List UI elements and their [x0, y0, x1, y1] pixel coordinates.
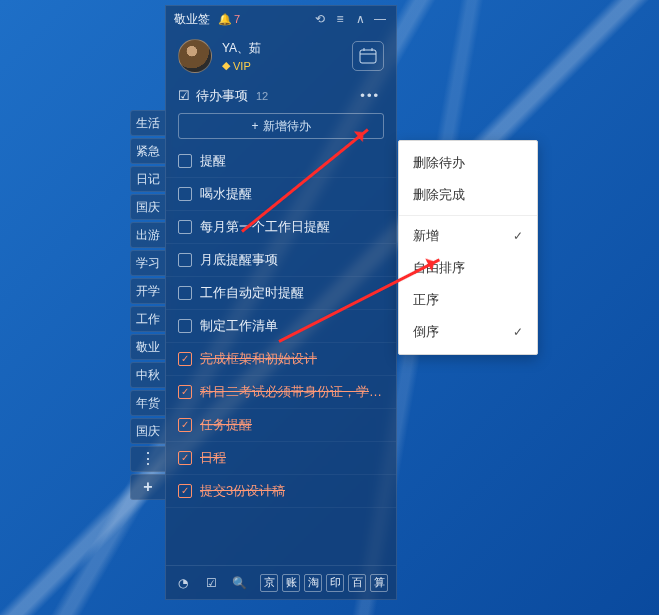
- menu-item[interactable]: 删除待办: [399, 147, 537, 179]
- list-item-label: 制定工作清单: [200, 317, 278, 335]
- folder-tab[interactable]: 开学: [130, 278, 166, 304]
- section-header: ☑ 待办事项 12 •••: [166, 80, 396, 109]
- folder-more[interactable]: ⋮: [130, 446, 166, 472]
- menu-icon[interactable]: ≡: [332, 11, 348, 27]
- checkbox[interactable]: [178, 220, 192, 234]
- diamond-icon: ◆: [222, 59, 230, 72]
- section-title: 待办事项: [196, 87, 248, 105]
- collapse-icon[interactable]: ∧: [352, 11, 368, 27]
- menu-item[interactable]: 正序: [399, 284, 537, 316]
- menu-item[interactable]: 新增✓: [399, 220, 537, 252]
- list-item[interactable]: 月底提醒事项: [166, 244, 396, 277]
- notification-badge[interactable]: 🔔 7: [218, 13, 240, 26]
- checkbox[interactable]: [178, 319, 192, 333]
- list-item-label: 科目二考试必须带身份证，学员卡，7…: [200, 383, 384, 401]
- checkbox[interactable]: [178, 154, 192, 168]
- bottom-left-icons: ◔ ☑ 🔍: [174, 574, 248, 592]
- app-window: 敬业签 🔔 7 ⟲ ≡ ∧ — YA、茹 ◆ VIP: [165, 5, 397, 600]
- folder-tab[interactable]: 年货: [130, 390, 166, 416]
- menu-item-label: 倒序: [413, 323, 439, 341]
- menu-item-label: 删除完成: [413, 186, 465, 204]
- list-item-label: 提醒: [200, 152, 226, 170]
- list-item[interactable]: ✓完成框架和初始设计: [166, 343, 396, 376]
- calendar-icon: [359, 48, 377, 64]
- list-item-label: 工作自动定时提醒: [200, 284, 304, 302]
- menu-item[interactable]: 倒序✓: [399, 316, 537, 348]
- vip-label: VIP: [233, 60, 251, 72]
- folder-tab[interactable]: 国庆: [130, 418, 166, 444]
- context-menu: 删除待办删除完成新增✓自由排序正序倒序✓: [398, 140, 538, 355]
- bell-icon: 🔔: [218, 13, 232, 26]
- user-row: YA、茹 ◆ VIP: [166, 32, 396, 80]
- list-item[interactable]: 提醒: [166, 145, 396, 178]
- add-todo-button[interactable]: + 新增待办: [178, 113, 384, 139]
- list-item-label: 提交3份设计稿: [200, 482, 285, 500]
- list-item[interactable]: ✓日程: [166, 442, 396, 475]
- more-button[interactable]: •••: [356, 86, 384, 105]
- bottom-square-button[interactable]: 算: [370, 574, 388, 592]
- folder-tab[interactable]: 出游: [130, 222, 166, 248]
- section-count: 12: [256, 90, 268, 102]
- folder-tab[interactable]: 敬业: [130, 334, 166, 360]
- list-item[interactable]: 每月第一个工作日提醒: [166, 211, 396, 244]
- list-item[interactable]: ✓任务提醒: [166, 409, 396, 442]
- menu-item-label: 新增: [413, 227, 439, 245]
- folder-tab[interactable]: 生活: [130, 110, 166, 136]
- bottom-square-button[interactable]: 京: [260, 574, 278, 592]
- titlebar: 敬业签 🔔 7 ⟲ ≡ ∧ —: [166, 6, 396, 32]
- notification-count: 7: [234, 13, 240, 25]
- folder-tabs: 生活紧急日记国庆出游学习开学工作敬业中秋年货国庆⋮+: [130, 110, 166, 500]
- add-todo-label: 新增待办: [263, 118, 311, 135]
- check-icon[interactable]: ☑: [202, 574, 220, 592]
- list-item-label: 完成框架和初始设计: [200, 350, 317, 368]
- bottom-square-button[interactable]: 账: [282, 574, 300, 592]
- checkbox[interactable]: [178, 187, 192, 201]
- app-title: 敬业签: [174, 11, 210, 28]
- todo-icon: ☑: [178, 88, 190, 103]
- menu-item[interactable]: 删除完成: [399, 179, 537, 211]
- folder-tab[interactable]: 中秋: [130, 362, 166, 388]
- checkbox[interactable]: ✓: [178, 352, 192, 366]
- user-info: YA、茹 ◆ VIP: [222, 40, 261, 72]
- sync-icon[interactable]: ⟲: [312, 11, 328, 27]
- avatar[interactable]: [178, 39, 212, 73]
- search-icon[interactable]: 🔍: [230, 574, 248, 592]
- folder-tab[interactable]: 学习: [130, 250, 166, 276]
- folder-tab[interactable]: 工作: [130, 306, 166, 332]
- checkbox[interactable]: [178, 286, 192, 300]
- list-item[interactable]: ✓提交3份设计稿: [166, 475, 396, 508]
- folder-tab[interactable]: 紧急: [130, 138, 166, 164]
- checkbox[interactable]: ✓: [178, 385, 192, 399]
- clock-icon[interactable]: ◔: [174, 574, 192, 592]
- checkbox[interactable]: ✓: [178, 418, 192, 432]
- bottom-square-button[interactable]: 百: [348, 574, 366, 592]
- user-name: YA、茹: [222, 40, 261, 57]
- checkbox[interactable]: [178, 253, 192, 267]
- list-item-label: 任务提醒: [200, 416, 252, 434]
- list-item[interactable]: 喝水提醒: [166, 178, 396, 211]
- vip-badge: ◆ VIP: [222, 59, 261, 72]
- list-item-label: 每月第一个工作日提醒: [200, 218, 330, 236]
- menu-item-label: 正序: [413, 291, 439, 309]
- checkmark-icon: ✓: [513, 325, 523, 339]
- list-item[interactable]: ✓科目二考试必须带身份证，学员卡，7…: [166, 376, 396, 409]
- bottom-square-button[interactable]: 淘: [304, 574, 322, 592]
- folder-tab[interactable]: 国庆: [130, 194, 166, 220]
- minimize-icon[interactable]: —: [372, 11, 388, 27]
- checkmark-icon: ✓: [513, 229, 523, 243]
- bottom-square-button[interactable]: 印: [326, 574, 344, 592]
- checkbox[interactable]: ✓: [178, 451, 192, 465]
- list-item-label: 喝水提醒: [200, 185, 252, 203]
- plus-icon: +: [251, 119, 258, 133]
- calendar-button[interactable]: [352, 41, 384, 71]
- folder-tab[interactable]: 日记: [130, 166, 166, 192]
- folder-add[interactable]: +: [130, 474, 166, 500]
- list-item-label: 月底提醒事项: [200, 251, 278, 269]
- checkbox[interactable]: ✓: [178, 484, 192, 498]
- menu-separator: [399, 215, 537, 216]
- menu-item-label: 删除待办: [413, 154, 465, 172]
- bottom-right-squares: 京账淘印百算: [260, 574, 388, 592]
- bottom-bar: ◔ ☑ 🔍 京账淘印百算: [166, 565, 396, 599]
- svg-rect-0: [360, 50, 376, 63]
- list-item[interactable]: 工作自动定时提醒: [166, 277, 396, 310]
